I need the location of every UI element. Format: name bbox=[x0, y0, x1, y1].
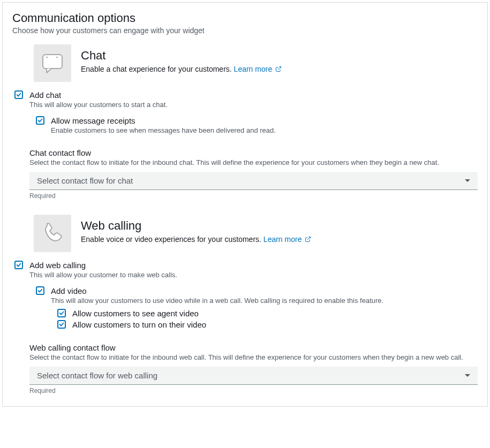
chat-title: Chat bbox=[81, 49, 282, 63]
allow-turn-on-label: Allow customers to turn on their video bbox=[72, 320, 478, 329]
chat-flow-select-placeholder: Select contact flow for chat bbox=[37, 176, 133, 185]
svg-rect-0 bbox=[43, 55, 62, 69]
allow-turn-on-checkbox[interactable] bbox=[57, 320, 66, 329]
allow-receipts-label: Allow message receipts bbox=[51, 116, 478, 125]
chevron-down-icon bbox=[465, 374, 470, 377]
chat-desc-text: Enable a chat experience for your custom… bbox=[81, 65, 232, 73]
webcall-learn-more-text: Learn more bbox=[263, 235, 302, 244]
webcall-flow-title: Web calling contact flow bbox=[29, 343, 478, 352]
allow-see-agent-label: Allow customers to see agent video bbox=[72, 309, 478, 318]
communication-options-panel: Communication options Choose how your cu… bbox=[2, 2, 488, 407]
add-chat-label: Add chat bbox=[29, 90, 478, 100]
add-chat-checkbox[interactable] bbox=[14, 90, 23, 99]
webcall-feature-header: Web calling Enable voice or video experi… bbox=[34, 215, 478, 252]
add-video-checkbox[interactable] bbox=[36, 286, 44, 295]
chat-flow-hint: Required bbox=[29, 192, 478, 200]
add-video-sub: This will allow your customers to use vi… bbox=[51, 297, 478, 305]
chat-flow-title: Chat contact flow bbox=[29, 148, 478, 157]
chat-flow-desc: Select the contact flow to initiate for … bbox=[29, 158, 478, 166]
external-link-icon bbox=[275, 66, 282, 72]
allow-see-agent-row: Allow customers to see agent video bbox=[57, 309, 478, 318]
allow-see-agent-checkbox[interactable] bbox=[57, 309, 66, 317]
phone-icon bbox=[34, 215, 71, 252]
allow-turn-on-row: Allow customers to turn on their video bbox=[57, 320, 478, 329]
allow-receipts-row: Allow message receipts Enable customers … bbox=[36, 116, 478, 134]
webcall-learn-more-link[interactable]: Learn more bbox=[263, 235, 311, 244]
panel-subtitle: Choose how your customers can engage wit… bbox=[12, 26, 478, 35]
add-video-label: Add video bbox=[51, 286, 478, 295]
add-webcall-checkbox[interactable] bbox=[14, 261, 23, 269]
chat-flow-block: Chat contact flow Select the contact flo… bbox=[29, 148, 478, 200]
panel-title: Communication options bbox=[12, 11, 478, 25]
webcall-desc-text: Enable voice or video experiences for yo… bbox=[81, 235, 261, 244]
allow-receipts-sub: Enable customers to see when messages ha… bbox=[51, 126, 478, 134]
svg-line-4 bbox=[307, 237, 311, 240]
add-chat-sub: This will allow your customers to start … bbox=[29, 101, 478, 109]
chat-learn-more-text: Learn more bbox=[234, 65, 273, 73]
chat-desc: Enable a chat experience for your custom… bbox=[81, 65, 282, 73]
webcall-flow-hint: Required bbox=[29, 387, 478, 394]
webcall-flow-block: Web calling contact flow Select the cont… bbox=[29, 343, 478, 394]
chat-feature-header: Chat Enable a chat experience for your c… bbox=[34, 44, 478, 82]
chat-icon bbox=[34, 44, 71, 82]
webcall-desc: Enable voice or video experiences for yo… bbox=[81, 235, 311, 244]
add-webcall-row: Add web calling This will allow your cus… bbox=[14, 261, 478, 279]
add-video-row: Add video This will allow your customers… bbox=[36, 286, 478, 305]
webcall-flow-desc: Select the contact flow to initiate for … bbox=[29, 353, 478, 361]
add-webcall-sub: This will allow your customer to make we… bbox=[29, 271, 478, 279]
svg-line-3 bbox=[278, 67, 281, 70]
webcall-flow-select[interactable]: Select contact flow for web calling bbox=[29, 367, 478, 385]
add-webcall-label: Add web calling bbox=[29, 261, 478, 270]
webcall-flow-select-placeholder: Select contact flow for web calling bbox=[37, 371, 157, 380]
allow-receipts-checkbox[interactable] bbox=[36, 116, 44, 125]
chat-flow-select[interactable]: Select contact flow for chat bbox=[29, 172, 478, 190]
chevron-down-icon bbox=[465, 179, 470, 182]
external-link-icon bbox=[305, 236, 311, 242]
webcall-title: Web calling bbox=[81, 219, 311, 233]
chat-learn-more-link[interactable]: Learn more bbox=[234, 65, 282, 73]
add-chat-row: Add chat This will allow your customers … bbox=[14, 90, 478, 109]
